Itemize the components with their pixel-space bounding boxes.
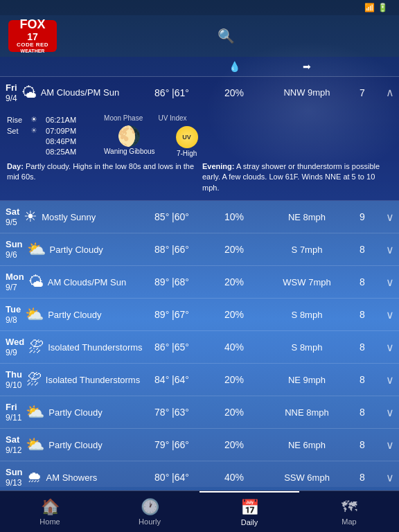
- col-precip: 💧: [200, 61, 269, 72]
- moon-phase-name: Waning Gibbous: [104, 148, 155, 155]
- uv-cell: 8: [345, 342, 380, 353]
- condition-cell: Wed 9/9 ⛈ Isolated Thunderstorms: [6, 337, 144, 357]
- evening-text: Evening: A stray shower or thunderstorm …: [202, 161, 392, 193]
- weather-row-main[interactable]: Sat 9/5 ☀ Mostly Sunny 85° |60° 10% NE 8…: [0, 201, 399, 233]
- weather-row[interactable]: Fri 9/4 🌤 AM Clouds/PM Sun 86° |61° 20% …: [0, 77, 399, 201]
- nav-item-home[interactable]: 🏠 Home: [0, 491, 100, 532]
- day-date: Mon 9/7: [6, 272, 24, 292]
- chevron-icon: ∨: [380, 341, 399, 354]
- condition-name: AM Clouds/PM Sun: [48, 277, 126, 287]
- weather-row[interactable]: Sun 9/6 ⛅ Partly Cloudy 88° |66° 20% S 7…: [0, 233, 399, 266]
- chevron-icon: ∨: [380, 276, 399, 289]
- moon-phase: 🌖 Waning Gibbous: [104, 125, 155, 157]
- nav-item-map[interactable]: 🗺 Map: [299, 491, 399, 532]
- nav-label-daily: Daily: [241, 518, 258, 526]
- weather-row-main[interactable]: Mon 9/7 🌤 AM Clouds/PM Sun 89° |68° 20% …: [0, 266, 399, 298]
- weather-row-main[interactable]: Thu 9/10 ⛈ Isolated Thunderstorms 84° |6…: [0, 364, 399, 396]
- weather-row[interactable]: Fri 9/11 ⛅ Partly Cloudy 78° |63° 20% NN…: [0, 396, 399, 429]
- weather-row[interactable]: Wed 9/9 ⛈ Isolated Thunderstorms 86° |65…: [0, 331, 399, 364]
- nav-item-hourly[interactable]: 🕐 Hourly: [100, 491, 200, 532]
- condition-cell: Sun 9/13 🌧 AM Showers: [6, 467, 144, 487]
- weather-row-main[interactable]: Tue 9/8 ⛅ Partly Cloudy 89° |67° 20% S 8…: [0, 299, 399, 330]
- uv-cell: 8: [345, 439, 380, 450]
- condition-name: Mostly Sunny: [42, 212, 96, 222]
- col-hilo: [144, 61, 200, 72]
- temp-cell: 89° |68°: [144, 276, 200, 287]
- weather-row-main[interactable]: Fri 9/11 ⛅ Partly Cloudy 78° |63° 20% NN…: [0, 396, 399, 428]
- temp-cell: 89° |67°: [144, 309, 200, 320]
- uv-value: 7-High: [177, 150, 197, 157]
- nav-icon-home: 🏠: [41, 498, 60, 516]
- condition-name: Partly Cloudy: [48, 310, 101, 320]
- condition-name: Partly Cloudy: [48, 440, 102, 450]
- chevron-icon: ∨: [380, 406, 399, 419]
- expanded-text: Day: Partly cloudy. Highs in the low 80s…: [7, 161, 392, 193]
- condition-icon: ⛅: [26, 436, 44, 454]
- weather-row-main[interactable]: Sun 9/6 ⛅ Partly Cloudy 88° |66° 20% S 7…: [0, 233, 399, 265]
- weather-row[interactable]: Thu 9/10 ⛈ Isolated Thunderstorms 84° |6…: [0, 364, 399, 396]
- uv-circle: UV: [176, 126, 198, 148]
- uv-cell: 8: [345, 309, 380, 320]
- weather-row[interactable]: Tue 9/8 ⛅ Partly Cloudy 89° |67° 20% S 8…: [0, 299, 399, 331]
- day-date: Sun 9/6: [6, 239, 23, 260]
- weather-row-main[interactable]: Fri 9/4 🌤 AM Clouds/PM Sun 86° |61° 20% …: [0, 77, 399, 109]
- weather-row[interactable]: Sat 9/5 ☀ Mostly Sunny 85° |60° 10% NE 8…: [0, 201, 399, 233]
- condition-cell: Thu 9/10 ⛈ Isolated Thunderstorms: [6, 369, 144, 390]
- chevron-icon: ∨: [380, 471, 399, 484]
- condition-icon: ⛈: [28, 338, 44, 356]
- condition-cell: Fri 9/4 🌤 AM Clouds/PM Sun: [6, 82, 144, 103]
- set-time: 07:09PM: [46, 127, 76, 135]
- day-date-num: 9/8: [6, 315, 21, 325]
- day-date-num: 9/11: [6, 413, 21, 423]
- condition-name: Isolated Thunderstorms: [48, 342, 142, 353]
- day-date-num: 9/12: [6, 445, 21, 455]
- rise-set-grid: Rise ☀ 06:21AM Set ☀ 07:09PM 08:46PM 08:…: [7, 114, 76, 157]
- day-date-num: 9/4: [6, 94, 17, 103]
- nav-icon-hourly: 🕐: [141, 498, 159, 516]
- day-name: Mon: [6, 272, 24, 283]
- moonset-time: 08:25AM: [46, 148, 76, 156]
- logo-weather: WEATHER: [21, 48, 45, 54]
- wind-cell: NE 9mph: [269, 375, 345, 385]
- wifi-icon: 📶: [364, 3, 375, 12]
- wind-cell: S 8mph: [269, 310, 345, 320]
- uv-cell: 8: [345, 276, 380, 287]
- day-date: Fri 9/11: [6, 402, 21, 423]
- day-date: Wed 9/9: [6, 337, 24, 357]
- condition-name: AM Showers: [46, 472, 98, 483]
- logo-17: 17: [27, 32, 38, 42]
- uv-index: UV 7-High: [176, 125, 198, 157]
- uv-cell: 9: [345, 211, 380, 222]
- nav-icon-map: 🗺: [342, 498, 357, 516]
- weather-row[interactable]: Sat 9/12 ⛅ Partly Cloudy 79° |66° 20% NE…: [0, 429, 399, 461]
- condition-cell: Tue 9/8 ⛅ Partly Cloudy: [6, 304, 144, 325]
- day-date: Sun 9/13: [6, 467, 23, 487]
- weather-row-main[interactable]: Sat 9/12 ⛅ Partly Cloudy 79° |66° 20% NE…: [0, 429, 399, 461]
- bottom-nav: 🏠 Home 🕐 Hourly 📅 Daily 🗺 Map: [0, 490, 399, 532]
- day-name: Sun: [6, 239, 23, 250]
- condition-name: Partly Cloudy: [50, 245, 103, 255]
- temp-cell: 86° |61°: [144, 87, 200, 98]
- wind-cell: NE 6mph: [269, 440, 345, 450]
- precip-cell: 40%: [200, 342, 269, 353]
- weather-row[interactable]: Sun 9/13 🌧 AM Showers 80° |64° 40% SSW 6…: [0, 461, 399, 487]
- day-date-num: 9/10: [6, 380, 22, 390]
- condition-cell: Fri 9/11 ⛅ Partly Cloudy: [6, 402, 144, 423]
- precip-cell: 20%: [200, 374, 269, 385]
- temp-cell: 80° |64°: [144, 472, 200, 483]
- precip-cell: 10%: [200, 211, 269, 222]
- search-icon[interactable]: 🔍: [218, 28, 236, 44]
- precip-cell: 20%: [200, 87, 269, 98]
- wind-cell: SSW 6mph: [269, 472, 345, 483]
- uv-cell: 8: [345, 407, 380, 418]
- nav-item-daily[interactable]: 📅 Daily: [200, 491, 299, 532]
- day-name: Sun: [6, 467, 23, 478]
- weather-row-main[interactable]: Sun 9/13 🌧 AM Showers 80° |64° 40% SSW 6…: [0, 461, 399, 487]
- header-title: 🔍: [212, 28, 236, 44]
- weather-row-main[interactable]: Wed 9/9 ⛈ Isolated Thunderstorms 86° |65…: [0, 331, 399, 363]
- day-date-num: 9/7: [6, 283, 24, 292]
- app-header: FOX 17 CODE RED WEATHER 🔍: [0, 15, 399, 57]
- chevron-icon: ∨: [380, 373, 399, 387]
- weather-row[interactable]: Mon 9/7 🌤 AM Clouds/PM Sun 89° |68° 20% …: [0, 266, 399, 299]
- precip-cell: 20%: [200, 309, 269, 320]
